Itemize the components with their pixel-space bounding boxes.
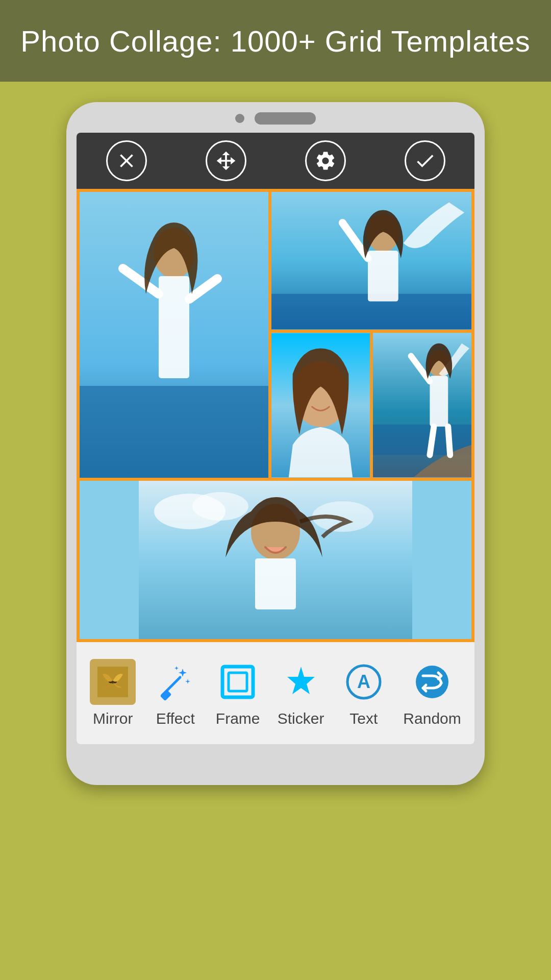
random-label: Random xyxy=(403,710,461,727)
app-title: Photo Collage: 1000+ Grid Templates xyxy=(20,24,531,58)
phone-camera xyxy=(235,114,244,123)
sticker-icon xyxy=(278,659,324,705)
sticker-tool[interactable]: Sticker xyxy=(278,659,324,727)
bottom-toolbar: Mirror Effect xyxy=(77,642,474,744)
collage-image-5 xyxy=(80,481,471,639)
svg-rect-1 xyxy=(80,386,268,478)
svg-rect-29 xyxy=(160,690,171,700)
collage-image-2 xyxy=(271,192,471,330)
svg-point-35 xyxy=(416,666,448,698)
svg-rect-30 xyxy=(222,667,253,697)
frame-label: Frame xyxy=(216,710,260,727)
mirror-icon xyxy=(90,659,136,705)
text-label: Text xyxy=(349,710,378,727)
sticker-icon-svg xyxy=(283,664,319,700)
x-icon xyxy=(115,150,138,172)
collage-cell-5[interactable] xyxy=(80,481,471,639)
gear-icon xyxy=(314,150,337,172)
svg-point-22 xyxy=(192,492,248,521)
collage-grid xyxy=(77,189,474,642)
svg-rect-3 xyxy=(159,276,189,378)
svg-text:A: A xyxy=(357,671,370,692)
effect-icon xyxy=(153,659,198,705)
svg-line-18 xyxy=(430,427,434,455)
svg-marker-32 xyxy=(287,667,315,694)
random-tool[interactable]: Random xyxy=(403,659,461,727)
svg-line-19 xyxy=(448,427,450,455)
text-icon: A xyxy=(341,659,387,705)
text-tool[interactable]: A Text xyxy=(341,659,387,727)
check-icon xyxy=(414,150,436,172)
collage-cell-3[interactable] xyxy=(271,333,370,478)
collage-cell-2[interactable] xyxy=(271,192,471,330)
phone-top-bar xyxy=(66,112,485,125)
sticker-label: Sticker xyxy=(278,710,324,727)
effect-tool[interactable]: Effect xyxy=(153,659,198,727)
collage-cell-4[interactable] xyxy=(373,333,471,478)
mirror-tool[interactable]: Mirror xyxy=(90,659,136,727)
collage-image-3 xyxy=(271,333,370,478)
random-icon xyxy=(409,659,455,705)
svg-rect-9 xyxy=(368,251,398,301)
settings-button[interactable] xyxy=(305,140,346,181)
collage-image-1 xyxy=(80,192,268,478)
svg-rect-31 xyxy=(229,673,247,691)
collage-row-2 xyxy=(80,481,471,639)
effect-label: Effect xyxy=(156,710,195,727)
svg-rect-16 xyxy=(430,376,448,426)
random-icon-svg xyxy=(414,664,450,700)
mirror-icon-svg xyxy=(97,667,128,697)
phone-speaker xyxy=(255,112,316,125)
edit-toolbar xyxy=(77,133,474,189)
collage-row-1 xyxy=(80,192,471,478)
main-area: Mirror Effect xyxy=(0,82,551,980)
swap-icon xyxy=(215,150,237,172)
text-icon-svg: A xyxy=(345,664,382,700)
frame-tool[interactable]: Frame xyxy=(215,659,261,727)
effect-icon-svg xyxy=(157,664,194,700)
cancel-button[interactable] xyxy=(106,140,147,181)
svg-rect-25 xyxy=(255,558,296,609)
frame-icon-svg xyxy=(219,664,256,700)
collage-area[interactable] xyxy=(77,189,474,642)
collage-image-4 xyxy=(373,333,471,478)
swap-button[interactable] xyxy=(206,140,246,181)
phone-device: Mirror Effect xyxy=(66,102,485,785)
confirm-button[interactable] xyxy=(405,140,445,181)
frame-icon xyxy=(215,659,261,705)
app-header: Photo Collage: 1000+ Grid Templates xyxy=(0,0,551,82)
collage-cell-1[interactable] xyxy=(80,192,268,478)
mirror-label: Mirror xyxy=(93,710,133,727)
